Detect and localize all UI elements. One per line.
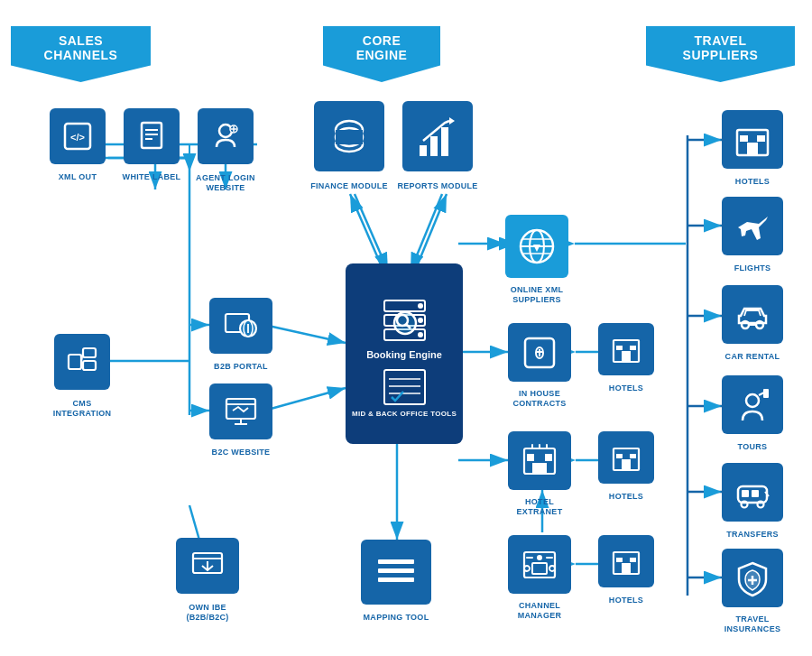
svg-point-128 (756, 321, 763, 328)
svg-rect-104 (616, 346, 623, 350)
svg-rect-125 (740, 135, 748, 142)
svg-rect-76 (430, 136, 438, 156)
cms-label: CMSINTEGRATION (46, 399, 118, 419)
svg-point-84 (418, 332, 423, 337)
hotels-mid3-label: HOTELS (595, 596, 658, 605)
svg-rect-132 (763, 389, 769, 398)
car-rental-supplier-box: CAR RENTAL (722, 285, 783, 344)
car-rental-supplier-label: CAR RENTAL (715, 352, 791, 362)
svg-point-136 (742, 501, 748, 507)
mapping-tool-label: MAPPING TOOL (354, 613, 439, 623)
xml-out-label: XML OUT (46, 172, 109, 182)
svg-rect-121 (616, 558, 623, 562)
svg-rect-94 (378, 577, 414, 582)
travel-insurances-label: TRAVELINSURANCES (712, 614, 793, 634)
svg-rect-63 (83, 348, 96, 357)
svg-rect-122 (630, 558, 636, 562)
svg-line-6 (350, 194, 383, 271)
cms-integration-box: CMSINTEGRATION (54, 334, 110, 390)
svg-line-9 (264, 388, 346, 411)
b2b-portal-box: B2B PORTAL (209, 298, 272, 354)
svg-rect-92 (378, 559, 414, 564)
reports-module-box: REPORTS MODULE (402, 101, 473, 171)
tours-supplier-label: TOURS (716, 442, 789, 452)
svg-rect-93 (378, 568, 414, 573)
svg-rect-103 (622, 351, 631, 362)
svg-rect-73 (336, 130, 363, 137)
svg-point-80 (418, 303, 423, 309)
transfers-supplier-box: TRANSFERS (722, 463, 783, 522)
b2c-website-label: B2C WEBSITE (205, 448, 277, 457)
svg-point-82 (418, 318, 423, 323)
booking-engine-box: Booking Engine MID & BACK OFFICE TOOLS (346, 263, 463, 444)
svg-rect-107 (532, 463, 547, 474)
svg-rect-88 (384, 370, 425, 404)
hotel-extranet-label: HOTELEXTRANET (499, 497, 580, 517)
online-xml-box: ONLINE XMLSUPPLIERS (505, 215, 568, 278)
agent-login-box: AGENT LOGINWEBSITE (198, 108, 254, 164)
svg-point-130 (746, 394, 759, 407)
svg-marker-78 (449, 117, 455, 125)
reports-label: REPORTS MODULE (391, 181, 485, 191)
svg-rect-112 (616, 454, 623, 458)
svg-line-5 (411, 194, 442, 271)
diagram: SALES CHANNELS CORE ENGINE TRAVEL SUPPLI… (0, 0, 812, 656)
svg-rect-120 (622, 563, 631, 574)
svg-rect-75 (420, 145, 427, 156)
svg-point-116 (537, 555, 542, 560)
svg-rect-109 (545, 454, 552, 461)
flights-supplier-label: FLIGHTS (716, 263, 789, 273)
svg-rect-108 (527, 454, 534, 461)
in-house-label: IN HOUSECONTRACTS (502, 389, 578, 409)
white-label-box: WHITE LABEL (124, 108, 180, 164)
svg-rect-134 (742, 490, 749, 497)
svg-point-137 (758, 501, 764, 507)
svg-rect-126 (757, 135, 765, 142)
hotels-mid2-box: HOTELS (598, 431, 654, 484)
in-house-contracts-box: IN HOUSECONTRACTS (508, 323, 571, 382)
svg-rect-113 (630, 454, 636, 458)
agent-login-label: AGENT LOGINWEBSITE (188, 173, 264, 193)
channel-manager-box: CHANNELMANAGER (508, 535, 571, 594)
svg-rect-124 (747, 143, 758, 155)
white-label-label: WHITE LABEL (118, 172, 186, 182)
own-ibe-box: OWN IBE(B2B/B2C) (176, 538, 239, 594)
svg-rect-115 (532, 563, 547, 574)
booking-engine-label: Booking Engine (361, 346, 448, 364)
own-ibe-label: OWN IBE(B2B/B2C) (167, 603, 248, 623)
svg-line-8 (264, 325, 346, 343)
channel-manager-label: CHANNELMANAGER (499, 601, 580, 621)
svg-rect-77 (441, 127, 448, 156)
hotels-supplier-label: HOTELS (716, 177, 789, 187)
b2b-portal-label: B2B PORTAL (205, 362, 277, 372)
transfers-supplier-label: TRANSFERS (716, 530, 789, 540)
online-xml-label: ONLINE XMLSUPPLIERS (496, 285, 577, 305)
svg-point-127 (742, 321, 749, 328)
flights-supplier-box: FLIGHTS (722, 197, 783, 255)
svg-text:</>: </> (70, 132, 85, 143)
hotels-mid1-label: HOTELS (595, 383, 658, 393)
hotels-supplier-box: HOTELS (722, 110, 783, 169)
finance-label: FINANCE MODULE (304, 181, 394, 191)
svg-rect-105 (630, 346, 636, 350)
core-engine-banner: CORE ENGINE (323, 26, 440, 82)
svg-line-7 (415, 194, 447, 271)
svg-marker-100 (533, 245, 540, 252)
hotels-mid2-label: HOTELS (595, 492, 658, 502)
svg-rect-64 (83, 361, 96, 370)
travel-suppliers-banner: TRAVEL SUPPLIERS (646, 26, 795, 82)
travel-insurances-supplier-box: TRAVELINSURANCES (722, 549, 783, 607)
svg-rect-74 (336, 137, 363, 144)
b2c-website-box: B2C WEBSITE (209, 383, 272, 439)
hotels-mid1-box: HOTELS (598, 323, 654, 375)
sales-channels-banner: SALES CHANNELS (11, 26, 151, 82)
xml-out-box: </> XML OUT (50, 108, 106, 164)
tours-supplier-box: TOURS (722, 375, 783, 434)
svg-line-65 (81, 353, 83, 362)
svg-rect-62 (69, 355, 81, 369)
svg-line-4 (355, 194, 388, 271)
mid-back-label: MID & BACK OFFICE TOOLS (346, 408, 462, 420)
mapping-tool-box: MAPPING TOOL (361, 540, 431, 605)
svg-rect-135 (752, 490, 759, 497)
svg-rect-111 (622, 459, 631, 470)
